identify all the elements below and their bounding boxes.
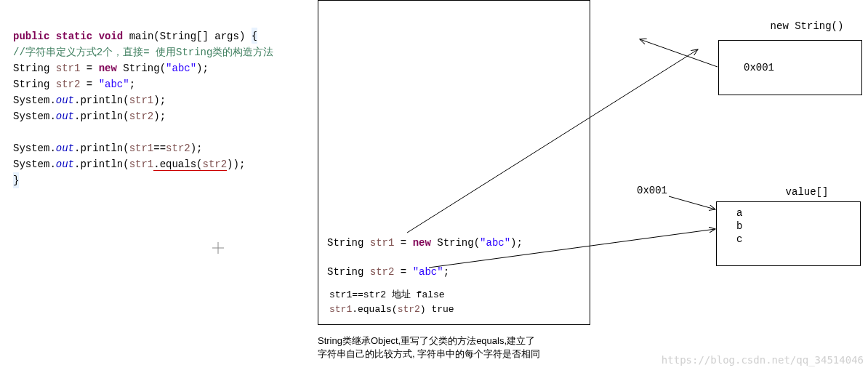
- var: str1: [56, 63, 81, 74]
- code-line: }: [13, 172, 315, 188]
- code-line: System.out.println(str1);: [13, 92, 315, 108]
- newstring-label: new String(): [734, 20, 868, 32]
- svg-line-4: [669, 196, 715, 209]
- diagram-code-line-1: String str1 = new String("abc");: [327, 235, 523, 251]
- code-line: System.out.println(str1==str2);: [13, 140, 315, 156]
- heap-box-value: a b c: [716, 201, 861, 266]
- type: String: [13, 63, 56, 74]
- keyword-new: new: [99, 63, 117, 74]
- heap-addr-value: 0x001: [744, 62, 774, 73]
- code-line: String str1 = new String("abc");: [13, 60, 315, 76]
- code-line: String str2 = "abc";: [13, 76, 315, 92]
- heap-box-newstring: 0x001: [718, 40, 862, 95]
- cursor-crosshair: [212, 242, 224, 257]
- svg-line-3: [640, 39, 718, 67]
- method-sig: main(String[] args): [129, 31, 252, 42]
- value-array-label: value[]: [734, 186, 868, 198]
- comment-line: //字符串定义方式2个，直接= 使用String类的构造方法: [13, 44, 315, 60]
- string-literal: "abc": [166, 63, 196, 74]
- brace-close: }: [13, 172, 19, 188]
- diagram-code-line-2: String str2 = "abc";: [327, 264, 449, 280]
- brace-open: {: [252, 28, 257, 44]
- diagram-panel: String str1 = new String("abc"); String …: [318, 0, 590, 325]
- code-line: System.out.println(str2);: [13, 108, 315, 124]
- value-array-content: a b c: [736, 206, 742, 246]
- code-line: public static void main(String[] args) {: [13, 28, 315, 44]
- code-block: public static void main(String[] args) {…: [13, 28, 315, 188]
- keyword-public: public: [13, 31, 49, 42]
- blank-line: [13, 124, 315, 140]
- keyword-static: static: [56, 31, 92, 42]
- watermark: https://blog.csdn.net/qq_34514046: [662, 354, 864, 366]
- diagram-result-text: str1==str2 地址 false str1.equals(str2) tr…: [329, 288, 454, 317]
- code-line: System.out.println(str1.equals(str2));: [13, 156, 315, 172]
- keyword-void: void: [99, 31, 124, 42]
- explanation-note: String类继承Object,重写了父类的方法equals,建立了 字符串自己…: [318, 334, 540, 361]
- addr-label: 0x001: [637, 185, 667, 196]
